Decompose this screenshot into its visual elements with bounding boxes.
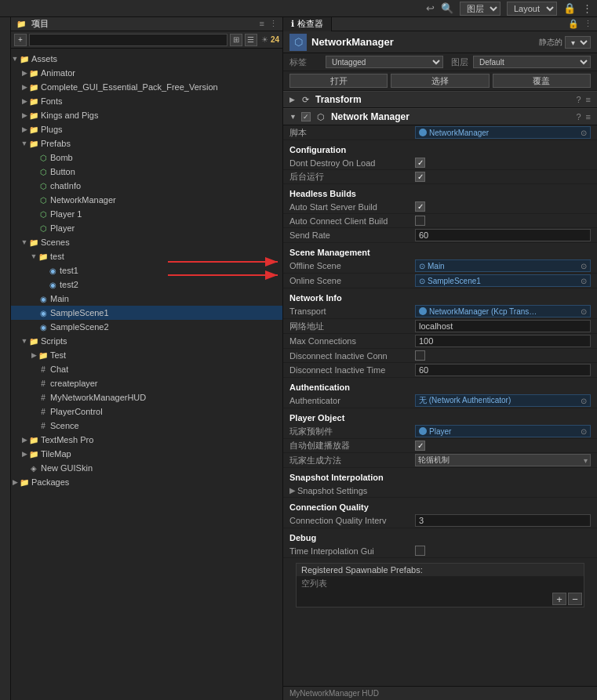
transport-ref[interactable]: NetworkManager (Kcp Transport ⊙ — [415, 305, 591, 317]
tree-label-tilemap: TileMap — [41, 449, 71, 459]
override-button[interactable]: 覆盖 — [493, 74, 591, 88]
nm-name: Network Manager — [331, 111, 410, 122]
tree-item-networkmanager[interactable]: ⬡NetworkManager — [11, 193, 282, 207]
tree-item-bomb[interactable]: ⬡Bomb — [11, 151, 282, 165]
player-prefab-ref[interactable]: Player ⊙ — [415, 425, 591, 437]
static-dropdown[interactable]: ▾ — [565, 36, 591, 49]
tree-item-packages[interactable]: ▶📁Packages — [11, 475, 282, 489]
tree-icon-main: ◉ — [38, 293, 49, 304]
tree-item-plugs[interactable]: ▶📁Plugs — [11, 122, 282, 136]
plus-button[interactable]: + — [14, 34, 27, 46]
tree-item-button[interactable]: ⬡Button — [11, 165, 282, 179]
inspector-menu-icon[interactable]: ⋮ — [584, 19, 592, 29]
tree-item-animator[interactable]: ▶📁Animator — [11, 66, 282, 80]
tree-item-test1[interactable]: ◉test1 — [11, 263, 282, 277]
tree-item-newguiskin[interactable]: ◈New GUISkin — [11, 461, 282, 475]
tag-dropdown[interactable]: Untagged — [326, 56, 443, 68]
send-rate-input[interactable]: 60 — [415, 229, 591, 241]
bottom-bar: MyNetworkManager HUD — [283, 686, 597, 700]
tree-item-scence[interactable]: #Scence — [11, 419, 282, 433]
tree-item-tilemap[interactable]: ▶📁TileMap — [11, 447, 282, 461]
time-interp-checkbox[interactable] — [415, 546, 425, 556]
tree-item-fonts[interactable]: ▶📁Fonts — [11, 94, 282, 108]
tag-label: 标签 — [289, 56, 321, 68]
nm-checkbox[interactable]: ✓ — [301, 112, 311, 122]
tree-item-player[interactable]: ⬡Player — [11, 221, 282, 235]
spawnable-remove-button[interactable]: − — [568, 593, 582, 605]
auto-create-checkbox[interactable]: ✓ — [415, 441, 425, 451]
tree-item-test_folder[interactable]: ▶📁Test — [11, 348, 282, 362]
authenticator-ref[interactable]: 无 (Network Authenticator) ⊙ — [415, 394, 591, 407]
spawn-method-dropdown[interactable]: 轮循机制 ▾ — [415, 454, 591, 466]
tree-item-player1[interactable]: ⬡Player 1 — [11, 207, 282, 221]
script-ref[interactable]: NetworkManager ⊙ — [415, 126, 591, 139]
layers-dropdown[interactable]: 图层 — [460, 2, 501, 16]
transform-help-icon[interactable]: ? — [576, 95, 581, 104]
online-scene-ref[interactable]: ⊙ SampleScene1 ⊙ — [415, 274, 591, 287]
layer-dropdown[interactable]: Default — [473, 56, 591, 68]
auth-section-header: Authentication — [283, 379, 597, 394]
search-icon[interactable]: 🔍 — [441, 2, 453, 14]
auto-start-checkbox[interactable]: ✓ — [415, 201, 425, 212]
tree-item-test2[interactable]: ◉test2 — [11, 277, 282, 292]
toolbar-icon-2[interactable]: ☰ — [245, 34, 257, 46]
bottom-item: MyNetworkManager HUD — [289, 689, 379, 698]
tree-item-complete_gui[interactable]: ▶📁Complete_GUI_Essential_Pack_Free_Versi… — [11, 80, 282, 94]
tree-item-scenes[interactable]: ▼📁Scenes — [11, 235, 282, 249]
toolbar-icon-1[interactable]: ⊞ — [230, 34, 242, 46]
tree-item-kings[interactable]: ▶📁Kings and Pigs — [11, 108, 282, 122]
network-manager-component-header[interactable]: ▼ ✓ ⬡ Network Manager ? ≡ — [283, 108, 597, 125]
inspector-tab[interactable]: ℹ 检查器 — [283, 17, 332, 31]
select-button[interactable]: 选择 — [391, 74, 489, 88]
address-input[interactable] — [415, 320, 591, 332]
inspector-lock-icon[interactable]: 🔒 — [568, 19, 579, 29]
tree-label-complete_gui: Complete_GUI_Essential_Pack_Free_Version — [41, 82, 218, 92]
conn-quality-input[interactable] — [415, 514, 591, 527]
tree-item-chat[interactable]: #Chat — [11, 362, 282, 376]
spawnable-box: Registered Spawnable Prefabs: 空列表 + − — [296, 563, 584, 608]
tree-label-player: Player — [50, 223, 75, 233]
panel-lock-icon[interactable]: ⋮ — [269, 19, 278, 29]
tree-item-textmeshpro[interactable]: ▶📁TextMesh Pro — [11, 433, 282, 447]
send-rate-row: Send Rate 60 — [283, 228, 597, 243]
tree-label-mynetworkmanagerhud: MyNetworkManagerHUD — [50, 393, 146, 402]
tree-item-prefabs[interactable]: ▼📁Prefabs — [11, 136, 282, 151]
background-run-checkbox[interactable]: ✓ — [415, 172, 425, 182]
tree-item-samplescene2[interactable]: ◉SampleScene2 — [11, 320, 282, 334]
menu-icon[interactable]: ⋮ — [582, 2, 592, 14]
tree-item-chatinfo[interactable]: ⬡chatInfo — [11, 179, 282, 193]
disconnect-inactive-checkbox[interactable] — [415, 350, 425, 361]
lock-icon[interactable]: 🔒 — [563, 2, 576, 14]
search-input[interactable] — [29, 34, 228, 46]
max-conn-input[interactable] — [415, 335, 591, 347]
tree-icon-scenes: 📁 — [28, 237, 39, 248]
nm-settings-icon[interactable]: ≡ — [586, 112, 591, 122]
tree-item-assets[interactable]: ▼📁Assets — [11, 52, 282, 66]
tree-item-scripts[interactable]: ▼📁Scripts — [11, 334, 282, 348]
tree-icon-tilemap: 📁 — [28, 448, 39, 459]
auto-connect-label: Auto Connect Client Build — [289, 216, 415, 226]
time-interp-row: Time Interpolation Gui — [283, 544, 597, 558]
dont-destroy-checkbox[interactable]: ✓ — [415, 158, 425, 168]
undo-icon[interactable]: ↩ — [426, 2, 435, 14]
tree-item-samplescene1[interactable]: ◉SampleScene1 — [11, 306, 282, 320]
disconnect-time-input[interactable] — [415, 364, 591, 376]
time-interp-label: Time Interpolation Gui — [289, 546, 415, 556]
tree-item-createplayer[interactable]: #createplayer — [11, 376, 282, 390]
tree-arrow: ▼ — [11, 55, 19, 63]
tree-label-createplayer: createplayer — [50, 379, 98, 388]
tree-item-playercontrol[interactable]: #PlayerControl — [11, 404, 282, 419]
tree-item-main[interactable]: ◉Main — [11, 292, 282, 306]
auto-connect-checkbox[interactable] — [415, 216, 425, 226]
layout-dropdown[interactable]: Layout — [507, 2, 557, 16]
tree-item-test[interactable]: ▼📁test — [11, 249, 282, 263]
obj-name: NetworkManager — [311, 36, 394, 48]
spawnable-add-button[interactable]: + — [552, 593, 566, 605]
open-button[interactable]: 打开 — [289, 74, 388, 88]
transform-settings-icon[interactable]: ≡ — [586, 95, 591, 104]
tree-item-mynetworkmanagerhud[interactable]: #MyNetworkManagerHUD — [11, 390, 282, 404]
offline-scene-ref[interactable]: ⊙ Main ⊙ — [415, 259, 591, 272]
transform-component-header[interactable]: ▶ ⟳ Transform ? ≡ — [283, 91, 597, 108]
panel-settings-icon[interactable]: ≡ — [260, 19, 264, 29]
nm-help-icon[interactable]: ? — [576, 112, 581, 122]
